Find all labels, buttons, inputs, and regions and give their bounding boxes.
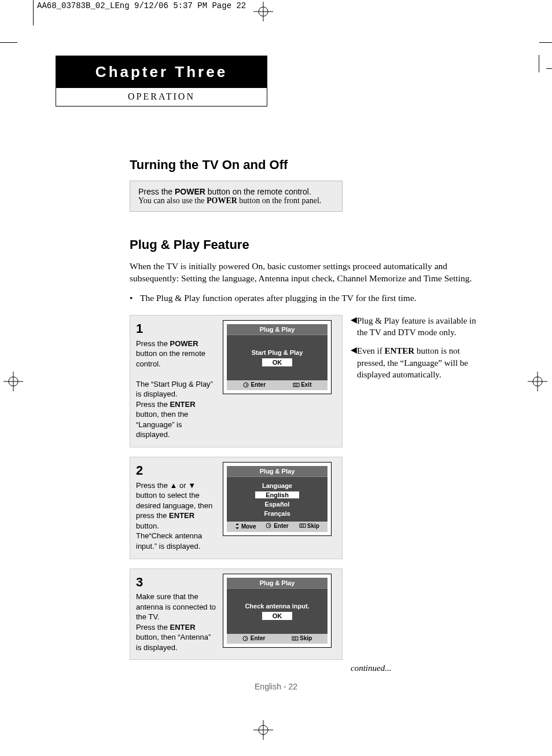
footer-action: Skip [293,523,325,531]
text: Even if [357,346,384,355]
paragraph: When the TV is initially powered On, bas… [130,260,483,285]
registration-mark-icon [253,2,273,21]
language-option: English [255,491,299,498]
step-number: 3 [136,574,217,591]
crop-mark [33,0,34,25]
steps-column: 1Press the POWER button on the remote co… [130,315,343,670]
skip-icon [292,636,299,643]
exit-icon [293,382,300,389]
step-box: 2Press the ▲ or ▼ button to select the d… [130,457,343,559]
screen-footer: MoveEnterSkip [227,522,327,532]
step-text: 2Press the ▲ or ▼ button to select the d… [136,462,217,552]
enter-icon [242,636,249,643]
page-number: English - 22 [0,682,552,691]
info-box: Press the POWER button on the remote con… [130,181,343,212]
text-bold: POWER [207,196,237,205]
footer-action: Move [229,523,261,531]
text: You can also use the [138,196,207,205]
registration-mark-icon [3,372,23,391]
screen-body: Check antenna input.OK [227,589,327,634]
notes-column: ◀ Plug & Play feature is available in th… [351,315,485,387]
tv-screen: Plug & PlayCheck antenna input.OKEnterSk… [223,574,332,648]
text: button on the remote control. [205,187,311,196]
step-box: 1Press the POWER button on the remote co… [130,315,343,447]
language-option: Español [265,501,290,508]
ok-button: OK [262,612,293,620]
crop-mark [0,42,17,43]
tv-screen: Plug & PlayLanguageEnglishEspañolFrançai… [223,462,332,536]
step-instructions: Press the ▲ or ▼ button to select the de… [136,480,217,552]
skip-icon [299,523,306,530]
step-instructions: Make sure that the antenna is connected … [136,592,217,652]
crop-mark [539,42,552,43]
step-text: 3Make sure that the antenna is connected… [136,574,217,653]
step-instructions: Press the POWER button on the remote con… [136,339,217,440]
screen-body: Start Plug & PlayOK [227,335,327,381]
info-line: You can also use the POWER button on the… [138,196,334,205]
crop-mark [539,55,539,72]
bullet-icon: • [130,293,140,303]
enter-icon [266,523,273,530]
page-content: Chapter Three Operation Turning the TV O… [56,56,495,673]
chapter-header: Chapter Three Operation [56,56,267,107]
triangle-left-icon: ◀ [351,345,357,380]
step-box: 3Make sure that the antenna is connected… [130,568,343,660]
screen-footer: EnterSkip [227,634,327,643]
screen-title: Plug & Play [227,466,327,477]
step-number: 2 [136,462,217,479]
language-option: Français [264,510,290,517]
text-bold: ENTER [384,346,414,355]
text: Press the [138,187,175,196]
step-number: 1 [136,320,217,337]
registration-mark-icon [253,720,273,740]
tv-screen: Plug & PlayStart Plug & PlayOKEnterExit [223,320,332,394]
move-icon [234,523,240,531]
svg-point-16 [266,523,271,528]
continued-label: continued... [351,663,488,673]
footer-action: Enter [242,635,266,642]
registration-mark-icon [528,372,547,391]
screen-title: Plug & Play [227,578,327,589]
triangle-left-icon: ◀ [351,315,357,339]
screen-body: LanguageEnglishEspañolFrançais [227,477,327,522]
svg-rect-21 [292,637,298,640]
footer-action: Exit [293,381,311,388]
section-heading: Turning the TV On and Off [130,157,488,173]
chapter-subtitle: Operation [56,88,267,106]
bullet-text: The Plug & Play function operates after … [140,293,417,303]
screen-subtitle: Language [262,482,292,489]
footer-action: Skip [292,635,312,642]
screen-message: Start Plug & Play [252,349,303,356]
note-text: Plug & Play feature is available in the … [357,315,485,339]
bullet-item: • The Plug & Play function operates afte… [130,293,488,303]
note: ◀ Plug & Play feature is available in th… [351,315,485,339]
svg-point-12 [244,383,248,387]
ok-button: OK [262,358,293,366]
text-bold: POWER [175,187,205,196]
section-heading: Plug & Play Feature [130,237,488,252]
screen-message: Check antenna input. [245,603,309,610]
footer-action: Enter [243,381,266,388]
screen-footer: EnterExit [227,380,327,390]
info-line: Press the POWER button on the remote con… [138,187,334,196]
note: ◀ Even if ENTER button is not pressed, t… [351,345,485,380]
screen-title: Plug & Play [227,324,327,335]
svg-point-20 [243,636,248,641]
svg-rect-13 [293,383,299,387]
enter-icon [243,382,250,389]
footer-action: Enter [261,523,293,531]
crop-mark [546,68,552,69]
print-slug: AA68_03783B_02_LEng 9/12/06 5:37 PM Page… [37,1,246,10]
note-text: Even if ENTER button is not pressed, the… [357,345,485,380]
text: button on the front panel. [237,196,321,205]
svg-rect-17 [300,524,306,527]
step-text: 1Press the POWER button on the remote co… [136,320,217,440]
chapter-title: Chapter Three [56,56,267,88]
